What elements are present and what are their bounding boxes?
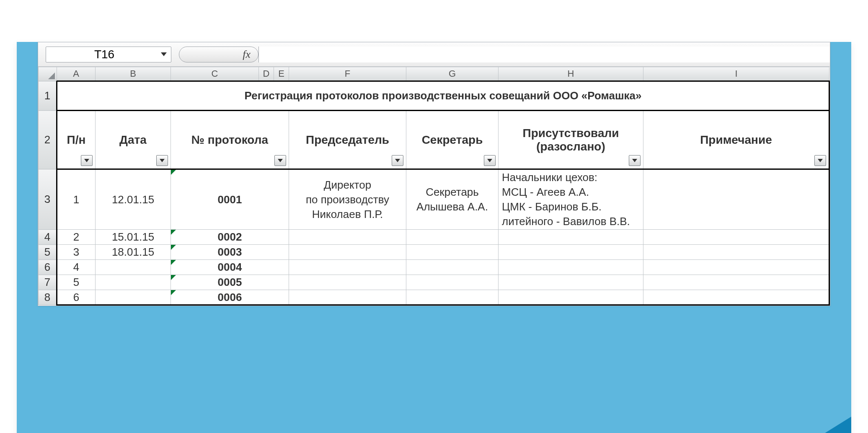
spreadsheet-grid[interactable]: A B C D E F G H I 1 Регистрация протокол… [38, 67, 830, 306]
hdr-note[interactable]: Примечание [643, 111, 829, 169]
cell-secretary[interactable] [406, 245, 499, 260]
row-5: 5 3 18.01.15 0003 [39, 245, 829, 260]
row-header-5[interactable]: 5 [39, 245, 57, 260]
cell-note[interactable] [643, 290, 829, 305]
row-header-3[interactable]: 3 [39, 169, 57, 230]
cell-chair[interactable]: Директор по производству Николаев П.Р. [289, 169, 406, 230]
cell-present[interactable]: Начальники цехов: МСЦ - Агеев А.А. ЦМК -… [499, 169, 643, 230]
hdr-secretary[interactable]: Секретарь [406, 111, 499, 169]
row-4: 4 2 15.01.15 0002 [39, 230, 829, 245]
row-8: 8 6 0006 [39, 290, 829, 305]
cell-proto[interactable]: 0006 [171, 290, 289, 305]
cell-present[interactable] [499, 245, 643, 260]
hdr-pn[interactable]: П/н [57, 111, 96, 169]
spreadsheet-window: T16 fx A B C D E F G H I [38, 42, 830, 306]
col-D[interactable]: D [259, 67, 274, 81]
formula-bar: T16 fx [38, 42, 830, 67]
cell-secretary[interactable] [406, 290, 499, 305]
cell-proto[interactable]: 0002 [171, 230, 289, 245]
row-header-4[interactable]: 4 [39, 230, 57, 245]
cell-pn[interactable]: 5 [57, 275, 96, 290]
cell-date[interactable] [96, 260, 171, 275]
cell-present[interactable] [499, 290, 643, 305]
cell-pn[interactable]: 3 [57, 245, 96, 260]
cell-chair[interactable] [289, 260, 406, 275]
filter-icon[interactable] [156, 155, 168, 166]
cell-chair[interactable] [289, 290, 406, 305]
cell-date[interactable]: 18.01.15 [96, 245, 171, 260]
col-G[interactable]: G [406, 67, 499, 81]
cell-proto[interactable]: 0004 [171, 260, 289, 275]
col-H[interactable]: H [499, 67, 643, 81]
cell-secretary[interactable]: Секретарь Алышева А.А. [406, 169, 499, 230]
example-frame: ПРИМЕР 7 T16 fx A B C D E F G [17, 42, 851, 433]
col-E[interactable]: E [274, 67, 289, 81]
row-header-7[interactable]: 7 [39, 275, 57, 290]
cell-proto[interactable]: 0003 [171, 245, 289, 260]
cell-secretary[interactable] [406, 260, 499, 275]
cell-note[interactable] [643, 275, 829, 290]
cell-pn[interactable]: 6 [57, 290, 96, 305]
row-7: 7 5 0005 [39, 275, 829, 290]
cell-note[interactable] [643, 260, 829, 275]
col-I[interactable]: I [643, 67, 829, 81]
cell-note[interactable] [643, 169, 829, 230]
row-header-6[interactable]: 6 [39, 260, 57, 275]
hdr-proto[interactable]: № протокола [171, 111, 289, 169]
column-headers: A B C D E F G H I [39, 67, 829, 81]
row-1: 1 Регистрация протоколов производственны… [39, 81, 829, 111]
cell-proto[interactable]: 0005 [171, 275, 289, 290]
col-F[interactable]: F [289, 67, 406, 81]
chevron-down-icon[interactable] [161, 52, 167, 56]
hdr-present[interactable]: Присутствовали (разослано) [499, 111, 643, 169]
cell-pn[interactable]: 4 [57, 260, 96, 275]
row-header-8[interactable]: 8 [39, 290, 57, 305]
fx-label[interactable]: fx [179, 47, 258, 62]
name-box[interactable]: T16 [46, 47, 171, 62]
cell-chair[interactable] [289, 275, 406, 290]
filter-icon[interactable] [392, 155, 403, 166]
col-B[interactable]: B [96, 67, 171, 81]
cell-pn[interactable]: 1 [57, 169, 96, 230]
cell-note[interactable] [643, 245, 829, 260]
row-2: 2 П/н Дата № протокола Председатель [39, 111, 829, 169]
cell-secretary[interactable] [406, 230, 499, 245]
cell-chair[interactable] [289, 230, 406, 245]
hdr-chair[interactable]: Председатель [289, 111, 406, 169]
cell-chair[interactable] [289, 245, 406, 260]
cell-secretary[interactable] [406, 275, 499, 290]
filter-icon[interactable] [484, 155, 496, 166]
cell-note[interactable] [643, 230, 829, 245]
filter-icon[interactable] [629, 155, 641, 166]
filter-icon[interactable] [814, 155, 826, 166]
hdr-date[interactable]: Дата [96, 111, 171, 169]
row-3: 3 1 12.01.15 0001 Директор по производст… [39, 169, 829, 230]
cell-date[interactable] [96, 290, 171, 305]
select-all-corner[interactable] [39, 67, 57, 81]
cell-present[interactable] [499, 230, 643, 245]
cell-present[interactable] [499, 260, 643, 275]
col-C[interactable]: C [171, 67, 259, 81]
cell-date[interactable] [96, 275, 171, 290]
cell-present[interactable] [499, 275, 643, 290]
page-fold-decoration [814, 417, 851, 433]
register-title[interactable]: Регистрация протоколов производственных … [57, 81, 829, 111]
col-A[interactable]: A [57, 67, 96, 81]
cell-proto[interactable]: 0001 [171, 169, 289, 230]
filter-icon[interactable] [274, 155, 286, 166]
cell-pn[interactable]: 2 [57, 230, 96, 245]
row-header-2[interactable]: 2 [39, 111, 57, 169]
row-header-1[interactable]: 1 [39, 81, 57, 111]
row-6: 6 4 0004 [39, 260, 829, 275]
cell-date[interactable]: 12.01.15 [96, 169, 171, 230]
filter-icon[interactable] [81, 155, 93, 166]
name-box-value: T16 [52, 48, 157, 61]
cell-date[interactable]: 15.01.15 [96, 230, 171, 245]
formula-input[interactable] [258, 47, 830, 62]
